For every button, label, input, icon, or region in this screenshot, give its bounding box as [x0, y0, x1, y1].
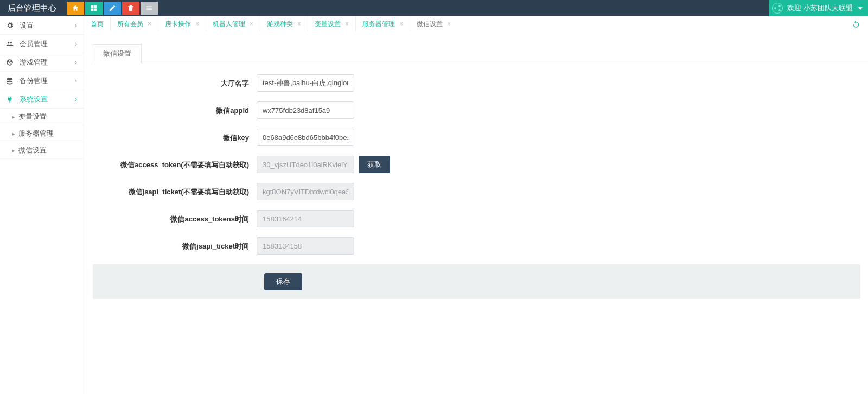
- form-field: [257, 74, 354, 92]
- grid-icon[interactable]: [85, 2, 103, 15]
- form-row-0: 大厅名字: [93, 74, 860, 93]
- content-body: 大厅名字微信appid微信key微信access_token(不需要填写自动获取…: [93, 63, 868, 299]
- tab-6[interactable]: 服务器管理×: [355, 16, 410, 31]
- form-label: 大厅名字: [93, 74, 257, 88]
- refresh-button[interactable]: [844, 16, 868, 31]
- form-row-3: 微信access_token(不需要填写自动获取)获取: [93, 156, 860, 174]
- form-label: 微信appid: [93, 101, 257, 116]
- delete-icon[interactable]: [122, 2, 139, 15]
- content-tab[interactable]: 微信设置: [93, 44, 142, 63]
- close-icon[interactable]: ×: [447, 20, 451, 28]
- page-title: 后台管理中心: [0, 0, 64, 16]
- close-icon[interactable]: ×: [195, 20, 199, 28]
- form-label: 微信access_token(不需要填写自动获取): [93, 156, 257, 170]
- database-icon: [5, 77, 14, 85]
- edit-icon[interactable]: [104, 2, 121, 15]
- sidebar-item-settings[interactable]: 设置 ›: [0, 16, 84, 35]
- sidebar-item-label: 备份管理: [20, 76, 48, 86]
- input-1[interactable]: [257, 101, 354, 119]
- tab-3[interactable]: 机器人管理×: [206, 16, 260, 31]
- sidebar-item-label: 游戏管理: [20, 58, 48, 67]
- futbol-icon: [5, 59, 14, 66]
- form-row-1: 微信appid: [93, 101, 860, 120]
- sidebar-item-backup[interactable]: 备份管理 ›: [0, 72, 84, 90]
- tab-label: 微信设置: [417, 20, 443, 29]
- sidebar-sub-variable[interactable]: 变量设置: [0, 109, 84, 125]
- chevron-right-icon: ›: [75, 96, 77, 103]
- sidebar: 设置 › 会员管理 › 游戏管理 › 备份管理 › 系统设置 › 变量设置 服务…: [0, 16, 84, 394]
- form-field: [257, 183, 354, 200]
- caret-down-icon: [858, 7, 863, 10]
- close-icon[interactable]: ×: [250, 20, 253, 28]
- form-field: [257, 101, 354, 119]
- tab-0[interactable]: 首页: [84, 16, 110, 31]
- chevron-right-icon: ›: [75, 59, 77, 66]
- get-button[interactable]: 获取: [359, 156, 390, 173]
- input-0[interactable]: [257, 74, 354, 92]
- form-label: 微信jsapi_ticket(不需要填写自动获取): [93, 183, 257, 197]
- input-5: [257, 210, 354, 227]
- sidebar-item-label: 会员管理: [20, 39, 48, 49]
- form-row-2: 微信key: [93, 129, 860, 147]
- tab-label: 所有会员: [117, 20, 143, 29]
- form-label: 微信access_tokens时间: [93, 210, 257, 224]
- sidebar-submenu: 变量设置 服务器管理 微信设置: [0, 109, 84, 159]
- form-row-5: 微信access_tokens时间: [93, 210, 860, 228]
- sidebar-item-label: 系统设置: [20, 94, 48, 104]
- form-row-6: 微信jsapi_ticket时间: [93, 237, 860, 256]
- tab-1[interactable]: 所有会员×: [110, 16, 158, 31]
- close-icon[interactable]: ×: [297, 20, 301, 28]
- form-footer: 保存: [93, 264, 860, 299]
- main: 首页所有会员×房卡操作×机器人管理×游戏种类×变量设置×服务器管理×微信设置× …: [84, 16, 868, 394]
- input-2[interactable]: [257, 129, 354, 146]
- content: 微信设置 大厅名字微信appid微信key微信access_token(不需要填…: [84, 31, 868, 299]
- cogs-icon: [5, 22, 14, 29]
- share-icon: [772, 3, 783, 14]
- tabs: 首页所有会员×房卡操作×机器人管理×游戏种类×变量设置×服务器管理×微信设置×: [84, 16, 868, 31]
- tab-2[interactable]: 房卡操作×: [158, 16, 206, 31]
- sidebar-item-games[interactable]: 游戏管理 ›: [0, 53, 84, 72]
- list-icon[interactable]: [141, 2, 158, 15]
- tab-label: 首页: [91, 20, 104, 29]
- tab-5[interactable]: 变量设置×: [308, 16, 355, 31]
- form-label: 微信jsapi_ticket时间: [93, 237, 257, 251]
- chevron-right-icon: ›: [75, 77, 77, 85]
- sidebar-item-label: 设置: [20, 21, 34, 30]
- form-field: 获取: [257, 156, 390, 173]
- sidebar-item-system[interactable]: 系统设置 ›: [0, 90, 84, 109]
- close-icon[interactable]: ×: [399, 20, 403, 28]
- chevron-right-icon: ›: [75, 22, 77, 29]
- plug-icon: [5, 96, 14, 103]
- sidebar-item-members[interactable]: 会员管理 ›: [0, 35, 84, 53]
- chevron-right-icon: ›: [75, 40, 77, 48]
- tab-label: 游戏种类: [267, 20, 293, 29]
- form-row-4: 微信jsapi_ticket(不需要填写自动获取): [93, 183, 860, 201]
- form-field: [257, 129, 354, 146]
- user-menu[interactable]: 欢迎 小苏团队大联盟: [769, 0, 868, 16]
- input-3: [257, 156, 354, 173]
- tab-4[interactable]: 游戏种类×: [260, 16, 308, 31]
- tab-label: 变量设置: [315, 20, 341, 29]
- form-field: [257, 210, 354, 227]
- sidebar-sub-server[interactable]: 服务器管理: [0, 125, 84, 142]
- sidebar-sub-wechat[interactable]: 微信设置: [0, 142, 84, 159]
- input-6: [257, 237, 354, 255]
- welcome-text: 欢迎 小苏团队大联盟: [787, 3, 853, 13]
- close-icon[interactable]: ×: [148, 20, 151, 28]
- close-icon[interactable]: ×: [345, 20, 349, 28]
- users-icon: [5, 40, 14, 48]
- tab-label: 房卡操作: [165, 20, 191, 29]
- form-field: [257, 237, 354, 255]
- input-4: [257, 183, 354, 200]
- tab-label: 服务器管理: [362, 20, 395, 29]
- save-button[interactable]: 保存: [264, 273, 302, 290]
- home-icon[interactable]: [67, 2, 84, 15]
- tab-7[interactable]: 微信设置×: [410, 16, 457, 31]
- header-toolbar: [64, 0, 158, 16]
- form-label: 微信key: [93, 129, 257, 143]
- tab-label: 机器人管理: [213, 20, 245, 29]
